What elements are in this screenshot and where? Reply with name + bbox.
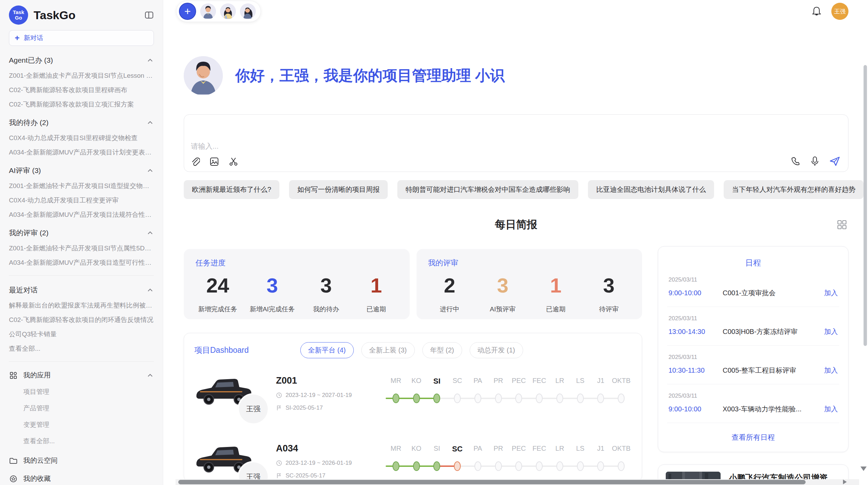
suggestion-chip[interactable]: 比亚迪全固态电池计划具体说了什么: [588, 180, 714, 199]
microphone-icon[interactable]: [810, 156, 819, 166]
stat-grid: 2进行中3AI预评审1已逾期3待评审: [428, 274, 631, 314]
agent-avatar-3[interactable]: [240, 3, 256, 19]
project-row: 王强Z0012023-12-19 ~ 2027-01-19SI-2025-05-…: [194, 374, 631, 426]
sidebar-item-favorites[interactable]: 我的收藏: [9, 474, 154, 483]
join-meeting-link[interactable]: 加入: [824, 327, 838, 336]
dashboard-title: 项目Dashboard: [194, 345, 249, 356]
suggestion-chip[interactable]: 特朗普可能对进口汽车增税会对中国车企造成哪些影响: [397, 180, 578, 199]
vertical-scrollbar[interactable]: [864, 65, 867, 346]
sidebar-section-header[interactable]: 我的待办 (2): [9, 118, 154, 127]
sidebar-item[interactable]: A034-全新新能源MUV产品开发项目计划变更表编写: [9, 149, 154, 156]
chevron-up-icon[interactable]: [146, 286, 154, 294]
logo-text-bottom: Go: [15, 15, 22, 21]
scroll-right-arrow[interactable]: [843, 480, 847, 484]
scroll-down-arrow[interactable]: [860, 467, 867, 471]
message-composer[interactable]: 请输入...: [184, 114, 848, 172]
recent-conversation-item[interactable]: 公司Q3轻卡销量: [9, 331, 154, 338]
app-sub-item[interactable]: 查看全部...: [23, 437, 154, 446]
app-sub-item[interactable]: 项目管理: [23, 387, 154, 396]
assistant-avatar: [184, 56, 223, 95]
sidebar-header: Task Go TaskGo: [9, 4, 154, 26]
sidebar-item[interactable]: C02-飞腾新能源轻客改款项目立项汇报方案: [9, 101, 154, 108]
sidebar-item[interactable]: Z001-全新燃油皮卡产品开发项目SI节点Lesson Learn报告: [9, 72, 154, 79]
join-meeting-link[interactable]: 加入: [824, 366, 838, 375]
chevron-up-icon[interactable]: [146, 57, 154, 64]
stat-item: 24新增完成任务: [198, 274, 237, 314]
new-chat-button[interactable]: + 新对话: [9, 30, 154, 46]
app-sub-item[interactable]: 变更管理: [23, 420, 154, 429]
sidebar-item-cloud-space[interactable]: 我的云空间: [9, 456, 154, 465]
stat-value: 24: [198, 274, 237, 297]
section-label: 我的待办 (2): [9, 118, 49, 127]
recent-conversation-item[interactable]: 解释最新出台的欧盟报废车法规再生塑料比例被调至15%...: [9, 302, 154, 309]
join-meeting-link[interactable]: 加入: [824, 405, 838, 414]
divider: [9, 361, 154, 362]
dashboard-tab[interactable]: 年型 (2): [422, 342, 462, 358]
notification-bell-icon[interactable]: [811, 6, 822, 17]
section-label: AI评审 (3): [9, 166, 41, 175]
horizontal-scrollbar[interactable]: [178, 480, 806, 484]
sidebar-item[interactable]: A034-全新新能源MUV产品开发项目法规符合性评审: [9, 211, 154, 219]
project-milestone-flag: SI-2025-05-17: [286, 405, 323, 411]
suggestion-chip[interactable]: 如何写一份清晰的项目周报: [289, 180, 388, 199]
sidebar-section-header[interactable]: AI评审 (3): [9, 166, 154, 175]
milestone-dot: [597, 461, 604, 471]
sidebar-section-header[interactable]: 我的评审 (2): [9, 228, 154, 238]
suggestion-chip[interactable]: 当下年轻人对汽车外观有怎样的喜好趋势: [724, 180, 864, 199]
add-agent-button[interactable]: +: [179, 3, 196, 20]
new-chat-label: 新对话: [24, 34, 43, 42]
scissors-icon[interactable]: [229, 157, 238, 166]
recent-conversation-item[interactable]: 查看全部...: [9, 345, 154, 352]
phone-call-icon[interactable]: [791, 157, 800, 166]
sidebar-collapse-icon[interactable]: [144, 10, 154, 20]
chevron-up-icon[interactable]: [146, 119, 154, 126]
milestone-label: KO: [406, 445, 427, 453]
schedule-name: C005-整车工程目标评审: [723, 366, 819, 375]
milestone-dot-cell: [570, 393, 591, 403]
dashboard-tab[interactable]: 全新平台 (4): [300, 342, 354, 358]
sidebar-item[interactable]: A034-全新新能源MUV产品开发项目造型可行性评审: [9, 259, 154, 266]
user-avatar[interactable]: 王强: [831, 3, 848, 20]
schedule-card: 日程 2025/03/119:00-10:00C001-立项审批会加入2025/…: [658, 246, 848, 452]
milestone-label: SI: [427, 377, 447, 386]
sidebar-item[interactable]: C02-飞腾新能源轻客改款项目里程碑画布: [9, 86, 154, 94]
project-list: 王强Z0012023-12-19 ~ 2027-01-19SI-2025-05-…: [194, 374, 631, 482]
sidebar-item[interactable]: Z001-全新燃油轻卡产品开发项目SI造型提交物评审: [9, 182, 154, 190]
milestone-dot: [556, 394, 563, 403]
view-all-schedule-link[interactable]: 查看所有日程: [667, 423, 839, 445]
chevron-up-icon[interactable]: [146, 167, 154, 174]
sidebar-item-my-apps[interactable]: 我的应用: [9, 371, 154, 380]
milestone-dot: [433, 461, 440, 471]
topbar-right: 王强: [811, 3, 848, 20]
stat-card-title: 任务进度: [195, 258, 398, 268]
agent-avatar-2[interactable]: [220, 3, 236, 19]
chevron-up-icon[interactable]: [146, 229, 154, 237]
agent-avatar-1[interactable]: [200, 3, 216, 19]
suggestion-chip[interactable]: 欧洲新规最近颁布了什么?: [184, 180, 279, 199]
sidebar-item[interactable]: C0X4-动力总成开发项目SI里程碑提交物检查: [9, 134, 154, 142]
recent-conversation-item[interactable]: C02-飞腾新能源轻客改款项目的闭环通告反馈情况: [9, 316, 154, 324]
dashboard-tab[interactable]: 动总开发 (1): [470, 342, 523, 358]
milestone-dot-cell: [386, 461, 406, 471]
sidebar-apps-list: 项目管理产品管理变更管理查看全部...: [9, 387, 154, 446]
chevron-up-icon[interactable]: [146, 372, 154, 379]
sidebar-recent-header[interactable]: 最近对话: [9, 285, 154, 295]
app-title: TaskGo: [34, 9, 75, 22]
sidebar-item[interactable]: Z001-全新燃油轻卡产品开发项目SI节点属性5D文件评审: [9, 245, 154, 252]
milestone-label: LS: [570, 445, 591, 453]
sidebar-item[interactable]: C0X4-动力总成开发项目工程变更评审: [9, 197, 154, 204]
send-icon[interactable]: [830, 157, 840, 166]
image-icon[interactable]: [209, 157, 219, 166]
app-sub-item[interactable]: 产品管理: [23, 404, 154, 413]
milestone-dot: [433, 394, 440, 403]
sidebar-section-header[interactable]: Agent已办 (3): [9, 55, 154, 65]
content-columns: 任务进度24新增完成任务3新增AI完成任务3我的待办1已逾期我的评审2进行中3A…: [184, 246, 848, 485]
attachment-icon[interactable]: [191, 157, 200, 166]
milestone-dot: [454, 461, 461, 471]
join-meeting-link[interactable]: 加入: [824, 288, 838, 298]
milestone-dot-cell: [406, 393, 427, 403]
schedule-row: 9:00-10:00C001-立项审批会加入: [668, 288, 838, 298]
layout-grid-icon[interactable]: [837, 220, 847, 230]
dashboard-tab[interactable]: 全新上装 (3): [361, 342, 415, 358]
milestone-label: SC: [447, 377, 468, 386]
